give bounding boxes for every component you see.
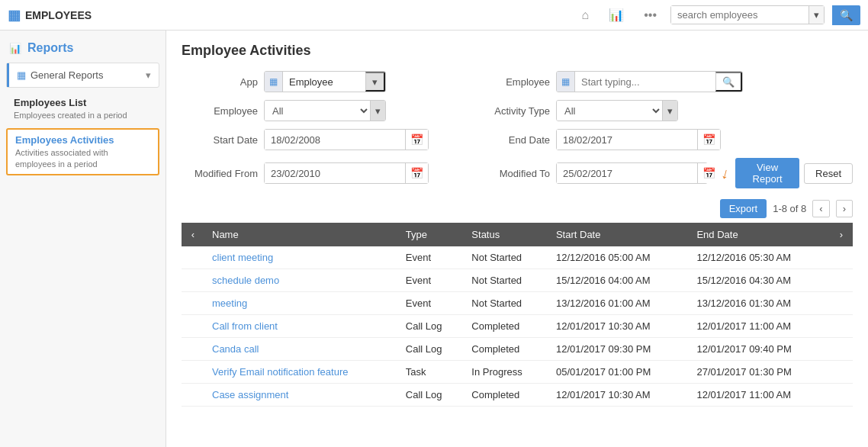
table-next-col[interactable]: › [830,223,853,246]
modified-from-input[interactable] [265,163,405,183]
end-date-wrap: 📅 [556,129,721,150]
start-date-input[interactable] [265,130,405,150]
view-report-button[interactable]: View Report [735,158,799,188]
start-date-calendar-btn[interactable]: 📅 [405,130,428,150]
row-name: meeting [204,292,398,315]
reports-icon: 📊 [9,43,21,54]
activity-type-label: Activity Type [474,105,550,117]
table-row[interactable]: Call from client Call Log Completed 12/0… [182,315,853,338]
row-name: Verify Email notification feature [204,361,398,384]
employee-icon: ▦ [557,72,575,92]
app-title: EMPLOYEES [25,9,92,21]
employee-app-icon: ▦ [269,76,278,87]
row-type: Event [398,292,465,315]
employee-select[interactable]: All ▾ [264,100,386,121]
col-type: Type [398,223,465,246]
row-action [830,292,853,315]
sidebar-reports-title: Reports [27,41,73,55]
table-row[interactable]: schedule demo Event Not Started 15/12/20… [182,269,853,292]
page-title: Employee Activities [182,43,853,59]
row-action [830,361,853,384]
table-row[interactable]: meeting Event Not Started 13/12/2016 01:… [182,292,853,315]
filter-form: App ▦ Employee ▾ Employee ▦ 🔍 [182,71,853,188]
row-start-date: 05/01/2017 01:00 PM [548,361,690,384]
row-action [830,246,853,269]
row-type: Call Log [398,315,465,338]
modified-from-calendar-btn[interactable]: 📅 [405,163,428,183]
logo-icon: ▦ [8,7,21,24]
end-date-row: End Date 📅 [474,129,853,150]
col-name: Name [204,223,398,246]
table-prev-col[interactable]: ‹ [182,223,204,246]
row-status: Not Started [464,246,548,269]
general-reports-header[interactable]: ▦ General Reports ▾ [7,63,159,87]
row-expand [182,246,204,269]
row-expand [182,361,204,384]
modified-to-calendar-btn[interactable]: 📅 [697,163,720,183]
chart-icon[interactable]: 📊 [603,5,630,25]
end-date-input[interactable] [557,130,697,150]
row-type: Event [398,246,465,269]
row-status: Completed [464,338,548,361]
row-type: Event [398,269,465,292]
employee-search-input[interactable] [575,76,715,88]
search-button[interactable]: 🔍 [832,5,860,25]
activity-type-chevron[interactable]: ▾ [662,101,677,121]
row-start-date: 13/12/2016 01:00 AM [548,292,690,315]
modified-from-row: Modified From 📅 [182,158,458,188]
row-start-date: 12/12/2016 05:00 AM [548,246,690,269]
employee-dropdown-label: Employee [182,105,258,117]
sidebar-item-employees-activities[interactable]: Employees Activities Activities associat… [6,128,159,175]
employee-search-button[interactable]: 🔍 [715,72,742,92]
search-dropdown-btn[interactable]: ▾ [809,6,824,24]
row-name: Canda call [204,338,398,361]
modified-to-wrap: 📅 [556,162,708,184]
row-end-date: 12/01/2017 11:00 AM [689,384,830,407]
pagination-next-button[interactable]: › [836,200,853,217]
row-end-date: 13/12/2016 01:30 AM [689,292,830,315]
employee-list-icon: ▦ [561,76,570,87]
search-input[interactable] [671,6,809,24]
export-button[interactable]: Export [720,199,767,218]
employee-chevron[interactable]: ▾ [370,101,385,121]
more-icon[interactable]: ••• [638,5,663,25]
row-expand [182,384,204,407]
sidebar-item-employees-list[interactable]: Employees List Employees created in a pe… [6,92,159,125]
col-end-date: End Date [689,223,830,246]
row-start-date: 12/01/2017 10:30 AM [548,384,690,407]
employee-search-row: Employee ▦ 🔍 [474,71,853,92]
row-end-date: 12/12/2016 05:30 AM [689,246,830,269]
row-action [830,338,853,361]
activities-table: ‹ Name Type Status Start Date End Date ›… [182,223,853,407]
home-icon[interactable]: ⌂ [576,5,596,25]
row-status: In Progress [464,361,548,384]
row-status: Completed [464,384,548,407]
sidebar-header: 📊 Reports [0,31,166,63]
modified-to-label: Modified To [474,168,550,179]
table-row[interactable]: client meeting Event Not Started 12/12/2… [182,246,853,269]
activity-type-dropdown[interactable]: All [557,101,662,121]
modified-to-input[interactable] [557,163,697,183]
col-start-date: Start Date [548,223,690,246]
row-expand [182,269,204,292]
app-select[interactable]: ▦ Employee ▾ [264,71,386,92]
pagination-prev-button[interactable]: ‹ [812,200,829,217]
employee-dropdown[interactable]: All [265,101,370,121]
general-reports-label: General Reports [31,69,103,81]
reset-button[interactable]: Reset [804,163,853,184]
table-row[interactable]: Canda call Call Log Completed 12/01/2017… [182,338,853,361]
activity-type-select[interactable]: All ▾ [556,100,678,121]
row-status: Completed [464,315,548,338]
row-name: client meeting [204,246,398,269]
app-dropdown-btn[interactable]: ▾ [365,72,385,92]
app-label: App [182,76,258,88]
table-row[interactable]: Case assignment Call Log Completed 12/01… [182,384,853,407]
arrow-decoration: ↓ [719,164,731,183]
sidebar-item-active-desc: Activities associated with employees in … [15,147,150,169]
row-name: schedule demo [204,269,398,292]
app-row: App ▦ Employee ▾ [182,71,458,92]
topbar: ▦ EMPLOYEES ⌂ 📊 ••• ▾ 🔍 [0,0,868,31]
row-type: Call Log [398,338,465,361]
end-date-calendar-btn[interactable]: 📅 [697,130,720,150]
table-row[interactable]: Verify Email notification feature Task I… [182,361,853,384]
